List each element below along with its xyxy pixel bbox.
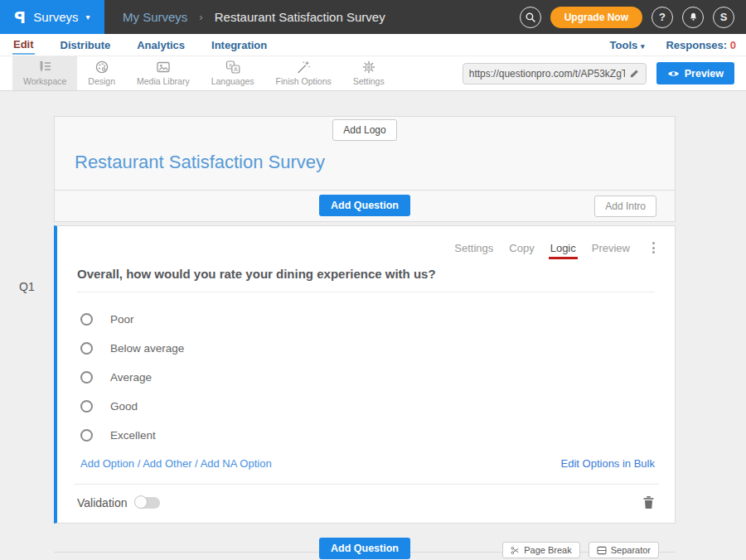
option-label[interactable]: Below average	[110, 342, 184, 355]
add-question-footer: Add Question Page Break Separator	[54, 534, 676, 560]
breadcrumb-chevron-icon: ›	[199, 11, 202, 23]
answer-option-row: Excellent	[80, 421, 675, 450]
gear-icon	[361, 60, 377, 75]
editor-toolbar: Workspace Design Media Library xA Langua…	[0, 56, 746, 91]
question-settings-link[interactable]: Settings	[454, 242, 493, 254]
header-actions: Upgrade Now ? S	[520, 7, 746, 28]
help-button[interactable]: ?	[652, 7, 673, 28]
toolbar-item-media-library[interactable]: Media Library	[126, 56, 201, 90]
question-more-menu[interactable]	[649, 240, 658, 255]
palette-icon	[94, 60, 110, 75]
survey-url-field[interactable]	[463, 63, 647, 84]
notifications-button[interactable]	[682, 7, 704, 28]
toolbar-label: Workspace	[23, 76, 66, 86]
option-label[interactable]: Average	[110, 371, 152, 384]
workspace-icon	[36, 60, 53, 75]
radio-button[interactable]	[80, 313, 93, 326]
edit-options-in-bulk-link[interactable]: Edit Options in Bulk	[561, 457, 655, 470]
validation-toggle[interactable]	[135, 497, 160, 509]
separator-icon	[597, 546, 607, 555]
breadcrumb: My Surveys › Restaurant Satisfaction Sur…	[123, 10, 385, 24]
toolbar-item-design[interactable]: Design	[77, 56, 126, 90]
trash-icon	[642, 495, 655, 509]
page-break-label: Page Break	[524, 545, 571, 555]
add-na-option-link[interactable]: Add NA Option	[201, 457, 272, 470]
toolbar-item-languages[interactable]: xA Languages	[201, 56, 265, 90]
chevron-down-icon: ▾	[86, 12, 90, 22]
answer-option-row: Average	[80, 363, 675, 392]
upgrade-now-button[interactable]: Upgrade Now	[550, 7, 642, 28]
survey-header-card: Add Logo Restaurant Satisfaction Survey …	[54, 116, 676, 222]
validation-label: Validation	[77, 496, 127, 509]
questionpro-logo-surveys-menu[interactable]: P Surveys ▾	[0, 0, 104, 34]
add-question-row: Add Question Add Intro	[55, 191, 675, 221]
toolbar-item-settings[interactable]: Settings	[342, 56, 395, 90]
responses-count: 0	[730, 39, 736, 51]
survey-url-input[interactable]	[469, 68, 625, 80]
separator-label: Separator	[611, 545, 651, 555]
radio-button[interactable]	[80, 371, 93, 384]
add-intro-button[interactable]: Add Intro	[594, 196, 656, 217]
questionpro-logo-icon: P	[14, 8, 26, 27]
toolbar-right-group: Preview	[463, 56, 746, 90]
delete-question-button[interactable]	[642, 495, 655, 509]
question-logic-link[interactable]: Logic	[550, 242, 576, 254]
toolbar-item-finish-options[interactable]: Finish Options	[265, 56, 342, 90]
add-question-button[interactable]: Add Question	[319, 195, 410, 216]
answer-option-row: Below average	[80, 334, 675, 363]
breadcrumb-my-surveys[interactable]: My Surveys	[123, 10, 187, 24]
eye-icon	[667, 70, 680, 78]
add-logo-row: Add Logo	[55, 117, 675, 141]
toolbar-item-workspace[interactable]: Workspace	[12, 56, 77, 90]
preview-label: Preview	[685, 68, 724, 80]
option-label[interactable]: Good	[110, 400, 138, 413]
tools-dropdown[interactable]: Tools ▾	[610, 39, 645, 51]
toolbar-label: Settings	[353, 76, 385, 86]
question-number-label: Q1	[19, 280, 35, 293]
question-copy-link[interactable]: Copy	[509, 242, 534, 254]
add-question-button-bottom[interactable]: Add Question	[319, 538, 410, 559]
bell-icon	[688, 12, 699, 22]
toolbar-label: Media Library	[137, 76, 190, 86]
option-label[interactable]: Excellent	[110, 429, 156, 442]
radio-button[interactable]	[80, 342, 93, 355]
chevron-down-icon: ▾	[641, 42, 645, 51]
edit-url-pencil-icon[interactable]	[629, 68, 640, 79]
radio-button[interactable]	[80, 400, 93, 413]
option-label[interactable]: Poor	[110, 313, 134, 326]
question-mark-icon: ?	[659, 11, 666, 23]
responses-counter[interactable]: Responses: 0	[666, 39, 736, 51]
preview-button[interactable]: Preview	[656, 62, 734, 84]
radio-button[interactable]	[80, 429, 93, 442]
tab-integration[interactable]: Integration	[211, 36, 268, 54]
breadcrumb-survey-title: Restaurant Satisfaction Survey	[215, 10, 385, 24]
tab-edit[interactable]: Edit	[12, 35, 35, 55]
link-separator: /	[138, 457, 141, 470]
translate-icon: xA	[225, 60, 241, 75]
question-text-input[interactable]: Overall, how would you rate your dining …	[77, 267, 655, 292]
separator-button[interactable]: Separator	[589, 542, 659, 558]
account-avatar[interactable]: S	[713, 7, 734, 28]
image-icon	[155, 60, 172, 75]
answer-option-row: Good	[80, 392, 675, 421]
add-other-link[interactable]: Add Other	[143, 457, 191, 470]
page-break-button[interactable]: Page Break	[502, 542, 579, 558]
validation-row: Validation	[57, 485, 675, 523]
question-actions: Settings Copy Logic Preview	[57, 226, 675, 255]
question-preview-link[interactable]: Preview	[592, 242, 630, 254]
answer-options-list: Poor Below average Average Good Excellen…	[57, 292, 675, 450]
add-option-links: Add Option / Add Other / Add NA Option	[80, 457, 272, 470]
top-header-bar: P Surveys ▾ My Surveys › Restaurant Sati…	[0, 0, 746, 34]
survey-title[interactable]: Restaurant Satisfaction Survey	[75, 152, 655, 190]
avatar-initial: S	[720, 11, 728, 23]
tab-distribute[interactable]: Distribute	[60, 36, 112, 54]
wand-icon	[295, 60, 312, 75]
add-option-link[interactable]: Add Option	[80, 457, 134, 470]
footer-right-buttons: Page Break Separator	[502, 542, 659, 558]
tab-analytics[interactable]: Analytics	[136, 36, 186, 54]
product-name: Surveys	[33, 10, 78, 24]
search-button[interactable]	[520, 7, 541, 28]
add-logo-button[interactable]: Add Logo	[332, 119, 396, 141]
toolbar-label: Design	[88, 76, 115, 86]
link-separator: /	[195, 457, 198, 470]
